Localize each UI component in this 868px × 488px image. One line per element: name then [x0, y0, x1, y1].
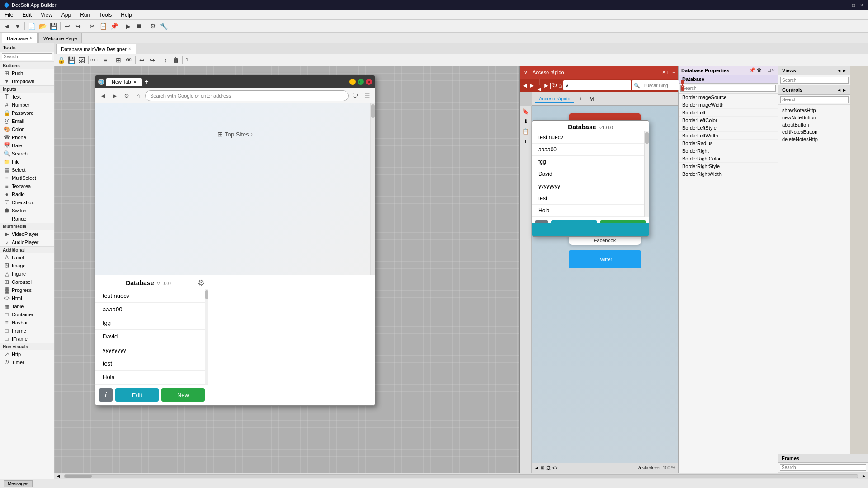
vivaldi-bottom-left-icon[interactable]: ◄ [534, 465, 539, 470]
browser-scrollbar[interactable] [370, 103, 375, 275]
browser-minimize-btn[interactable]: − [349, 79, 356, 85]
minimize-button[interactable]: − [843, 2, 848, 8]
db-modal-settings-icon[interactable]: ⚙ [198, 278, 205, 288]
sidebar-item-password[interactable]: 🔒 Password [0, 109, 54, 117]
sidebar-item-container[interactable]: □ Container [0, 310, 54, 319]
toolbar-run[interactable]: ▶ [123, 21, 133, 31]
sidebar-item-navbar[interactable]: ≡ Navbar [0, 319, 54, 327]
control-item-edit-notes-button[interactable]: editNotesButton [778, 128, 850, 136]
messages-tab[interactable]: Messages [4, 480, 33, 487]
tab-welcome[interactable]: Welcome Page [38, 33, 82, 43]
design-btn-order[interactable]: ↕ [160, 55, 170, 65]
db-props-close[interactable]: × [772, 67, 775, 73]
props-item-borderleftcolor[interactable]: BorderLeftColor [679, 117, 778, 124]
sidebar-item-text[interactable]: T Text [0, 93, 54, 101]
props-item-borderimage[interactable]: BorderImageSource [679, 94, 778, 101]
toolbar-back[interactable]: ◄ [2, 21, 12, 31]
menu-app[interactable]: App [60, 11, 73, 19]
db-scrollbar[interactable] [205, 289, 208, 384]
controls-arrow-left[interactable]: ◄ [837, 88, 841, 93]
menu-help[interactable]: Help [119, 11, 134, 19]
db2-item-4[interactable]: yyyyyyyy [532, 180, 649, 192]
toolbar-copy[interactable]: 📋 [98, 21, 108, 31]
db-list-item-4[interactable]: yyyyyyyy [95, 343, 208, 357]
db-props-delete[interactable]: 🗑 [757, 67, 762, 73]
vivaldi-maximize[interactable]: □ [667, 69, 670, 75]
sidebar-item-label[interactable]: A Label [0, 253, 54, 262]
vivaldi-minimize[interactable]: − [672, 69, 675, 75]
vivaldi-download-icon[interactable]: ⬇ [524, 118, 528, 125]
browser-refresh-btn[interactable]: ↻ [122, 91, 132, 101]
sidebar-item-timer[interactable]: ⏱ Timer [0, 358, 54, 366]
props-item-borderrightwidth[interactable]: BorderRightWidth [679, 170, 778, 178]
toolbar-new[interactable]: 📄 [27, 21, 37, 31]
sidebar-item-push[interactable]: ⊞ Push [0, 69, 54, 77]
tab-database[interactable]: Database × [2, 33, 38, 43]
browser-address-input[interactable] [145, 90, 349, 101]
toolbar-open[interactable]: 📂 [38, 21, 47, 31]
sidebar-item-search[interactable]: 🔍 Search [0, 150, 54, 158]
sidebar-item-select[interactable]: ▤ Select [0, 166, 54, 174]
db-list-item-2[interactable]: fgg [95, 316, 208, 330]
vivaldi-address-input[interactable] [563, 80, 631, 90]
sidebar-item-videoplayer[interactable]: ▶ VideoPlayer [0, 230, 54, 238]
vivaldi-history-fwd[interactable]: ►| [543, 81, 552, 90]
close-button[interactable]: × [859, 2, 864, 8]
sidebar-item-carousel[interactable]: ⊞ Carousel [0, 278, 54, 286]
db2-item-3[interactable]: David [532, 168, 649, 180]
sidebar-item-frame[interactable]: □ Frame [0, 327, 54, 335]
vivaldi-bookmark-icon[interactable]: 🔖 [522, 108, 529, 115]
browser-security-btn[interactable]: 🛡 [350, 91, 360, 101]
menu-edit[interactable]: Edit [20, 11, 33, 19]
tab-database-close[interactable]: × [30, 36, 33, 41]
design-btn-align[interactable]: ≡ [100, 55, 110, 65]
menu-tools[interactable]: Tools [97, 11, 113, 19]
props-item-borderleftwidth[interactable]: BorderLeftWidth [679, 132, 778, 140]
designer-tab[interactable]: Database mainView Designer × [56, 44, 136, 54]
db-new-button[interactable]: New [161, 388, 205, 402]
db-props-pin[interactable]: 📌 [749, 67, 755, 73]
sidebar-item-iframe[interactable]: □ IFrame [0, 335, 54, 343]
sidebar-item-range[interactable]: ― Range [0, 215, 54, 223]
props-item-borderrightcolor[interactable]: BorderRightColor [679, 155, 778, 163]
vivaldi-tab-more[interactable]: M [588, 95, 595, 103]
toolbar-tools2[interactable]: 🔧 [159, 21, 169, 31]
design-btn-bold[interactable]: B I U [90, 55, 100, 65]
design-btn-lock[interactable]: 🔒 [56, 55, 66, 65]
design-btn-preview[interactable]: 👁 [124, 55, 134, 65]
tools-search-input[interactable] [2, 53, 52, 60]
sidebar-item-html[interactable]: <> Html [0, 294, 54, 302]
sidebar-item-phone[interactable]: ☎ Phone [0, 133, 54, 141]
menu-run[interactable]: Run [78, 11, 92, 19]
control-item-about-button[interactable]: aboutButton [778, 121, 850, 128]
sidebar-item-progress[interactable]: ▓ Progress [0, 286, 54, 294]
design-btn-redo2[interactable]: ↪ [147, 55, 157, 65]
menu-file[interactable]: File [3, 11, 15, 19]
control-item-delete-notes-http[interactable]: deleteNotesHttp [778, 136, 850, 143]
props-item-borderimagewidth[interactable]: BorderImageWidth [679, 101, 778, 109]
props-item-borderright[interactable]: BorderRight [679, 147, 778, 155]
db2-item-2[interactable]: fgg [532, 156, 649, 168]
design-btn-img[interactable]: 🖼 [77, 55, 87, 65]
db2-item-1[interactable]: aaaa00 [532, 144, 649, 156]
vivaldi-tab-acceso-rapido[interactable]: Acceso rápido [535, 95, 574, 103]
horizontal-scroll-track[interactable] [64, 474, 858, 478]
sidebar-item-multiselect[interactable]: ≡ MultiSelect [0, 174, 54, 182]
toolbar-cut[interactable]: ✂ [87, 21, 97, 31]
browser-maximize-btn[interactable]: □ [358, 79, 364, 85]
sidebar-item-checkbox[interactable]: ☑ Checkbox [0, 198, 54, 206]
sidebar-item-file[interactable]: 📁 File [0, 158, 54, 166]
vivaldi-history-back[interactable]: |◄ [536, 81, 542, 90]
db2-item-5[interactable]: test [532, 192, 649, 205]
designer-tab-close[interactable]: × [128, 47, 131, 52]
views-arrow-left[interactable]: ◄ [837, 68, 841, 73]
sidebar-item-image[interactable]: 🖼 Image [0, 262, 54, 270]
vivaldi-forward-btn[interactable]: ► [529, 81, 535, 90]
vivaldi-tab-plus[interactable]: + [576, 95, 586, 103]
sidebar-item-dropdown[interactable]: ▼ Dropdown [0, 77, 54, 85]
props-item-borderrightstyle[interactable]: BorderRightStyle [679, 163, 778, 170]
toolbar-stop[interactable]: ⏹ [134, 21, 144, 31]
design-btn-delete[interactable]: 🗑 [171, 55, 181, 65]
scroll-right-btn[interactable]: ► [860, 474, 868, 479]
vivaldi-close[interactable]: × [662, 69, 665, 75]
